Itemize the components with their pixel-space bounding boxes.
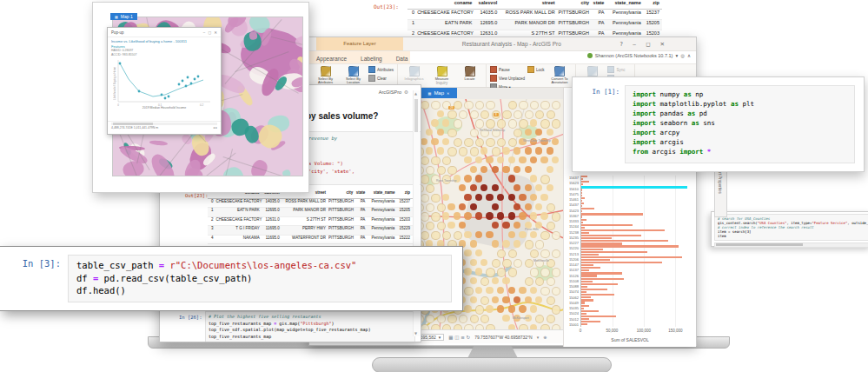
chart-bar[interactable]	[581, 227, 585, 229]
tab-labeling[interactable]: Labeling	[354, 54, 389, 63]
horizontal-scrollbar[interactable]	[111, 123, 217, 125]
chart-bar[interactable]	[581, 192, 582, 194]
chart-bar[interactable]	[581, 283, 618, 285]
popup-feature-link[interactable]: Income vs. Likelihood of buying a home -…	[111, 39, 217, 43]
chart-bar[interactable]	[581, 213, 643, 215]
minimize-icon[interactable]: ‒	[203, 30, 206, 35]
chart-bar[interactable]	[581, 316, 616, 317]
chart-bar[interactable]	[581, 275, 597, 276]
chart-bar[interactable]	[581, 313, 586, 315]
close-button[interactable]: ✕	[660, 41, 665, 48]
chart-bar[interactable]	[581, 222, 583, 223]
chart-bar[interactable]	[581, 232, 589, 234]
ribbon-button-sync[interactable]: Sync	[607, 66, 631, 73]
code-cell[interactable]: # Plot the highest five selling restaura…	[205, 311, 415, 342]
close-icon[interactable]: ✕	[447, 91, 449, 96]
chart-bar[interactable]	[581, 203, 584, 204]
chart-bar[interactable]	[581, 267, 600, 269]
chart-bar[interactable]	[581, 259, 610, 261]
tab-data[interactable]: Data	[389, 54, 415, 63]
popup-title-bar[interactable]: Pop-up ‒◻✕	[108, 28, 221, 37]
chart-bar[interactable]	[581, 281, 593, 282]
chart-bar[interactable]	[581, 302, 585, 303]
code-cell[interactable]: table_csv_path = r"C:\Documents\los-ange…	[68, 255, 452, 302]
chart-bar[interactable]	[581, 256, 682, 258]
chevron-down-icon[interactable]: ▾	[675, 53, 678, 58]
chart-bar[interactable]	[581, 178, 583, 180]
chart-bar[interactable]	[581, 262, 662, 263]
popup-nav-icons[interactable]: ◂ ▸	[213, 126, 217, 130]
ribbon-button-view-unplaced[interactable]: View Unplaced	[490, 75, 525, 82]
chart-bar[interactable]	[581, 242, 622, 244]
chart-bar[interactable]	[581, 240, 668, 242]
chart-bar[interactable]	[581, 208, 594, 209]
ribbon-button-clear[interactable]: Clear	[368, 75, 394, 82]
chart-bar[interactable]	[581, 291, 586, 293]
map-view-tab[interactable]: ▦ Map ✕	[421, 88, 457, 98]
tab-appearance[interactable]: Appearance	[309, 54, 354, 63]
code-cell[interactable]: # search for USA_Countiesgis_content.sea…	[714, 214, 868, 241]
expand-icon[interactable]: ◻	[208, 30, 211, 35]
chart-bar[interactable]	[581, 189, 582, 190]
scrollbar-thumb[interactable]	[716, 243, 803, 246]
chart-bar[interactable]	[581, 245, 679, 247]
chart-bar[interactable]	[581, 308, 584, 309]
ribbon-button-lock[interactable]: Lock	[527, 66, 545, 73]
ribbon-button-select-by-location[interactable]: Select By Location	[341, 65, 366, 85]
chart-bar[interactable]	[581, 237, 612, 239]
chart-bar[interactable]	[581, 229, 665, 231]
ribbon-button-locate[interactable]: Locate	[457, 65, 482, 81]
chart-bar[interactable]	[581, 299, 593, 301]
ribbon-button-measure[interactable]: Measure	[429, 65, 454, 81]
status-tool-icon[interactable]: ↻	[467, 335, 471, 340]
chart-bar[interactable]	[581, 197, 585, 199]
chart-bar[interactable]	[581, 224, 633, 226]
chart-bar[interactable]	[581, 272, 622, 274]
maximize-button[interactable]: ◻	[646, 41, 650, 48]
chart-bar[interactable]	[581, 294, 614, 296]
status-toolbar-icons[interactable]: ▦ ◫ ≡ ↻	[448, 335, 470, 340]
chart-bar[interactable]	[581, 183, 583, 185]
chart-bar[interactable]	[581, 286, 587, 288]
help-button[interactable]: ?	[620, 41, 623, 48]
chart-bar[interactable]	[581, 251, 647, 253]
collapse-ribbon-icon[interactable]: ∧	[687, 53, 691, 58]
chart-bar[interactable]	[581, 264, 593, 266]
chart-bar[interactable]	[581, 269, 589, 271]
ribbon-button-infographics[interactable]: Infographics	[401, 65, 427, 81]
chart-bar[interactable]	[581, 181, 589, 183]
minimize-button[interactable]: ‒	[633, 41, 636, 48]
chart-bar[interactable]	[581, 318, 589, 320]
chart-bar[interactable]	[581, 254, 599, 256]
account-menu[interactable]: Shannon (ArcGIS Notebooks 10.7.1) ▾ ◍ ∧	[587, 53, 691, 58]
chart-bar[interactable]	[581, 296, 591, 298]
map1-view-tab[interactable]: ▦ Map 1	[110, 13, 137, 20]
chart-bar[interactable]	[581, 305, 589, 307]
scroll-up-icon[interactable]: ▲	[414, 91, 417, 96]
chart-bar[interactable]	[581, 323, 587, 325]
chart-bar[interactable]	[581, 195, 582, 196]
chart-bar[interactable]	[581, 219, 586, 221]
chart-bar[interactable]	[581, 310, 599, 312]
chart-bar[interactable]	[581, 278, 624, 280]
ribbon-button-select-by-attributes[interactable]: Select By Attributes	[313, 65, 338, 85]
notifications-bell-icon[interactable]: ◍	[680, 53, 685, 58]
ribbon-button-convert-to-annotation[interactable]: Convert To Annotation	[547, 65, 572, 85]
ribbon-button-attributes[interactable]: Attributes	[368, 66, 394, 73]
chart-bar[interactable]	[581, 235, 641, 236]
chart-bar[interactable]	[581, 216, 582, 217]
chart-bar[interactable]	[581, 210, 582, 212]
chevron-down-icon[interactable]: ▾	[537, 335, 540, 340]
scroll-down-icon[interactable]: ▼	[414, 331, 417, 335]
code-cell[interactable]: import numpy as npimport matplotlib.pypl…	[625, 85, 855, 163]
title-bar[interactable]: Feature Layer Restaurant Analysis - Map …	[309, 37, 696, 51]
horizontal-scrollbar[interactable]	[714, 242, 868, 248]
ribbon-button-pause[interactable]: Pause	[490, 66, 525, 73]
close-icon[interactable]: ✕	[214, 30, 217, 35]
chart-bar[interactable]	[581, 321, 600, 322]
chart-bar[interactable]	[581, 200, 582, 202]
chart-bar[interactable]	[581, 205, 582, 207]
scrollbar-thumb[interactable]	[113, 123, 153, 125]
chart-bar[interactable]	[581, 176, 587, 177]
chart-bar[interactable]	[581, 289, 607, 290]
